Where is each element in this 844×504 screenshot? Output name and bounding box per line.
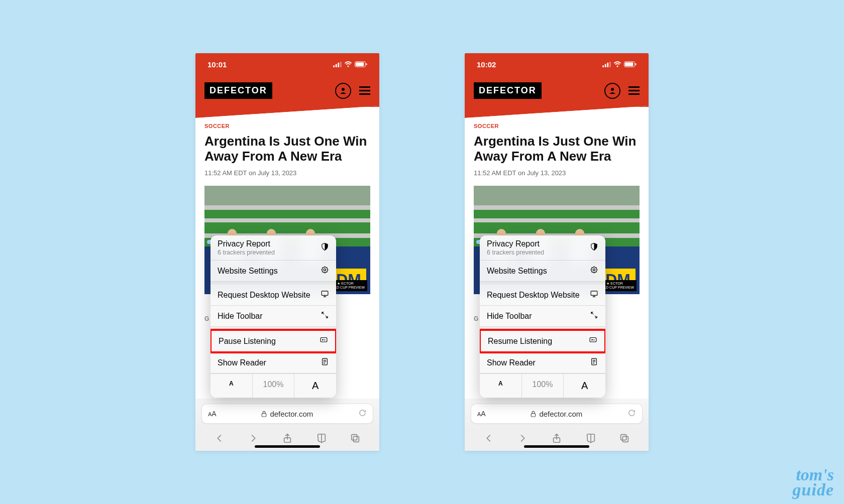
status-time: 10:01 bbox=[207, 60, 227, 69]
speaker-bubble-icon bbox=[320, 336, 328, 346]
zoom-out-button[interactable]: A bbox=[480, 374, 522, 398]
zoom-in-button[interactable]: A bbox=[564, 374, 605, 398]
svg-rect-28 bbox=[590, 338, 596, 342]
zoom-row: A 100% A bbox=[210, 373, 336, 398]
back-icon[interactable] bbox=[214, 433, 225, 446]
hamburger-menu-icon[interactable] bbox=[628, 86, 640, 95]
article-category[interactable]: SOCCER bbox=[204, 123, 370, 129]
account-icon[interactable] bbox=[604, 83, 620, 99]
menu-listen-action[interactable]: Resume Listening bbox=[480, 329, 605, 353]
tabs-icon[interactable] bbox=[350, 433, 361, 446]
battery-icon bbox=[355, 61, 367, 67]
menu-request-desktop[interactable]: Request Desktop Website bbox=[480, 285, 605, 306]
svg-rect-27 bbox=[591, 291, 597, 296]
cellular-icon bbox=[602, 62, 611, 67]
svg-rect-13 bbox=[262, 413, 266, 416]
status-bar: 10:02 bbox=[465, 53, 649, 75]
aa-button[interactable]: AA bbox=[477, 410, 486, 418]
comparison-stage: 10:01 DEFECTOR SOCCER Argentina Is Just … bbox=[0, 0, 844, 504]
svg-rect-10 bbox=[322, 291, 328, 296]
svg-rect-2 bbox=[338, 62, 339, 67]
svg-rect-33 bbox=[623, 436, 628, 442]
status-time: 10:02 bbox=[477, 60, 496, 69]
menu-privacy-title: Privacy Report bbox=[487, 239, 544, 248]
caption-initial: G bbox=[474, 315, 478, 322]
svg-rect-0 bbox=[333, 65, 335, 67]
gear-icon bbox=[590, 266, 598, 276]
menu-hide-toolbar[interactable]: Hide Toolbar bbox=[210, 306, 336, 327]
article-timestamp: 11:52 AM EDT on July 13, 2023 bbox=[204, 169, 370, 177]
menu-privacy-sub: 6 trackers prevented bbox=[487, 249, 544, 256]
share-icon[interactable] bbox=[282, 433, 293, 446]
status-bar: 10:01 bbox=[195, 53, 379, 75]
menu-privacy-title: Privacy Report bbox=[218, 239, 275, 248]
address-shelf: AA defector.com bbox=[465, 399, 649, 429]
phone-right: 10:02 DEFECTOR SOCCER Argentina Is Just … bbox=[465, 53, 649, 451]
address-bar[interactable]: AA defector.com bbox=[471, 404, 643, 424]
home-indicator[interactable] bbox=[524, 445, 589, 448]
lock-icon bbox=[261, 411, 267, 417]
menu-website-settings[interactable]: Website Settings bbox=[480, 261, 605, 282]
article-headline: Argentina Is Just One Win Away From A Ne… bbox=[204, 134, 370, 164]
zoom-row: A 100% A bbox=[480, 373, 605, 398]
address-bar[interactable]: AA defector.com bbox=[201, 404, 373, 424]
forward-icon[interactable] bbox=[248, 433, 259, 446]
article-category[interactable]: SOCCER bbox=[474, 123, 640, 129]
menu-show-reader[interactable]: Show Reader bbox=[210, 352, 336, 373]
zoom-in-button[interactable]: A bbox=[294, 374, 336, 398]
menu-listen-action[interactable]: Pause Listening bbox=[210, 329, 336, 353]
forward-icon[interactable] bbox=[517, 433, 528, 446]
expand-arrows-icon bbox=[321, 311, 329, 321]
bookmarks-icon[interactable] bbox=[316, 433, 327, 446]
menu-privacy-report[interactable]: Privacy Report 6 trackers prevented bbox=[210, 235, 336, 261]
wifi-icon bbox=[344, 61, 352, 67]
zoom-value: 100% bbox=[522, 374, 564, 398]
svg-rect-18 bbox=[605, 64, 606, 67]
svg-point-24 bbox=[611, 88, 614, 91]
reload-icon[interactable] bbox=[358, 409, 367, 419]
svg-rect-19 bbox=[607, 62, 608, 67]
hamburger-menu-icon[interactable] bbox=[359, 86, 370, 95]
battery-icon bbox=[624, 61, 637, 67]
svg-rect-3 bbox=[340, 62, 342, 67]
menu-privacy-report[interactable]: Privacy Report 6 trackers prevented bbox=[480, 235, 605, 261]
status-icons bbox=[602, 61, 637, 67]
zoom-out-button[interactable]: A bbox=[210, 374, 253, 398]
menu-request-desktop[interactable]: Request Desktop Website bbox=[210, 285, 336, 306]
reader-icon bbox=[590, 357, 598, 368]
svg-rect-15 bbox=[352, 435, 357, 440]
menu-website-settings[interactable]: Website Settings bbox=[210, 261, 336, 282]
url-display: defector.com bbox=[261, 410, 313, 418]
reader-icon bbox=[321, 357, 329, 368]
home-indicator[interactable] bbox=[255, 445, 320, 448]
back-icon[interactable] bbox=[483, 433, 494, 446]
speaker-bubble-icon bbox=[589, 336, 597, 346]
menu-show-reader[interactable]: Show Reader bbox=[480, 352, 605, 373]
site-logo[interactable]: DEFECTOR bbox=[474, 82, 542, 99]
svg-rect-22 bbox=[625, 62, 633, 66]
reload-icon[interactable] bbox=[627, 409, 636, 419]
svg-point-7 bbox=[342, 88, 345, 91]
svg-point-9 bbox=[324, 269, 326, 271]
address-shelf: AA defector.com bbox=[195, 399, 379, 429]
menu-hide-toolbar[interactable]: Hide Toolbar bbox=[480, 306, 605, 327]
site-header: DEFECTOR bbox=[465, 75, 649, 107]
menu-privacy-sub: 6 trackers prevented bbox=[218, 249, 275, 256]
article-headline: Argentina Is Just One Win Away From A Ne… bbox=[474, 134, 640, 164]
url-display: defector.com bbox=[531, 410, 582, 418]
article-timestamp: 11:52 AM EDT on July 13, 2023 bbox=[474, 169, 640, 177]
share-icon[interactable] bbox=[551, 433, 562, 446]
account-icon[interactable] bbox=[335, 83, 351, 99]
svg-point-26 bbox=[593, 269, 595, 271]
svg-rect-6 bbox=[366, 63, 367, 65]
lock-icon bbox=[531, 411, 536, 417]
svg-rect-30 bbox=[532, 413, 536, 416]
tabs-icon[interactable] bbox=[619, 433, 630, 446]
site-header: DEFECTOR bbox=[195, 75, 379, 107]
bookmarks-icon[interactable] bbox=[585, 433, 596, 446]
aa-button[interactable]: AA bbox=[208, 410, 217, 418]
svg-rect-1 bbox=[336, 64, 337, 67]
site-logo[interactable]: DEFECTOR bbox=[204, 82, 272, 99]
desktop-icon bbox=[321, 290, 329, 300]
zoom-value: 100% bbox=[253, 374, 295, 398]
